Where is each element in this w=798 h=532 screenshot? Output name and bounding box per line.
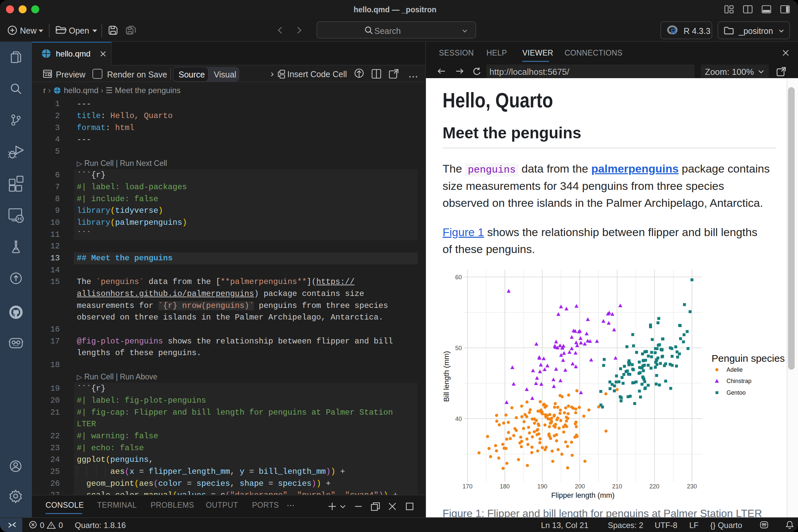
svg-text:Adelie: Adelie — [726, 366, 743, 373]
svg-text:220: 220 — [649, 483, 659, 490]
svg-text:170: 170 — [462, 483, 473, 490]
svg-text:180: 180 — [500, 483, 510, 490]
svg-text:Flipper length (mm): Flipper length (mm) — [551, 491, 615, 499]
svg-text:Bill length (mm): Bill length (mm) — [442, 351, 451, 402]
svg-text:Chinstrap: Chinstrap — [726, 378, 752, 384]
svg-text:230: 230 — [687, 483, 697, 490]
svg-text:50: 50 — [455, 345, 462, 352]
svg-text:40: 40 — [455, 416, 462, 422]
svg-text:Penguin species: Penguin species — [711, 353, 785, 364]
svg-text:Gentoo: Gentoo — [726, 390, 745, 396]
svg-text:210: 210 — [612, 483, 622, 490]
svg-text:R: R — [671, 27, 676, 35]
svg-text:200: 200 — [575, 483, 585, 490]
svg-text:60: 60 — [455, 274, 462, 281]
svg-text:190: 190 — [537, 483, 547, 490]
